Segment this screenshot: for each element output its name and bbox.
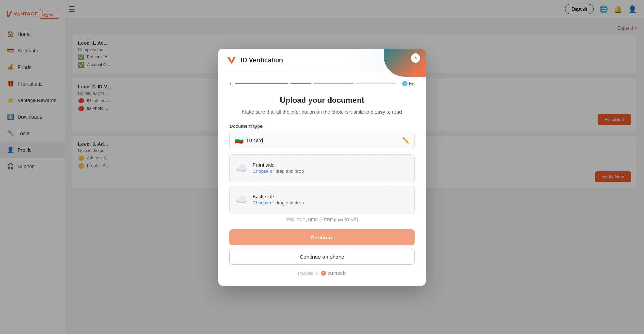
modal-header: ID Verification ×	[218, 49, 426, 71]
doc-type-value: ID card	[247, 138, 263, 143]
close-button[interactable]: ×	[411, 53, 420, 63]
svg-text:S: S	[323, 272, 324, 275]
language-selector[interactable]: 🌐 En	[402, 81, 415, 86]
progress-segment-3	[356, 83, 396, 84]
powered-by: Powered by S sumsub	[229, 270, 415, 276]
file-hint: JPG, PNG, HEIC or PDF (max 50 MB)	[229, 218, 415, 222]
front-side-upload[interactable]: ☁️ Front side Choose or drag and drop	[229, 154, 415, 182]
doc-type-label: Document type	[229, 124, 415, 129]
modal-subtext: Make sure that all the information on th…	[229, 108, 415, 116]
doc-type-selector[interactable]: 🇧🇬 ID card ✏️	[229, 132, 415, 149]
svg-marker-0	[227, 57, 236, 64]
progress-segment-1	[290, 83, 311, 84]
id-verification-modal: ID Verification × ‹ 🌐 En Upload your doc…	[218, 49, 426, 286]
continue-phone-button[interactable]: Continue on phone	[229, 249, 415, 265]
progress-segment-0	[235, 83, 288, 84]
modal-body: ‹ 🌐 En Upload your document Make sure th…	[218, 71, 426, 286]
back-side-upload[interactable]: ☁️ Back side Choose or drag and drop	[229, 186, 415, 214]
progress-row: ‹ 🌐 En	[229, 80, 415, 87]
choose-back-link[interactable]: Choose	[253, 200, 269, 206]
modal-overlay[interactable]: ID Verification × ‹ 🌐 En Upload your doc…	[0, 0, 644, 334]
globe-small-icon: 🌐	[402, 81, 408, 86]
modal-logo-icon	[226, 55, 237, 66]
sumsub-icon: S	[321, 270, 326, 276]
progress-segment-2	[314, 83, 353, 84]
choose-front-link[interactable]: Choose	[253, 169, 269, 174]
upload-cloud-front-icon: ☁️	[235, 162, 248, 174]
front-side-label: Front side	[253, 162, 304, 168]
continue-button[interactable]: Continue	[229, 229, 415, 245]
modal-title: ID Verification	[241, 57, 283, 64]
upload-cloud-back-icon: ☁️	[235, 194, 248, 206]
or-drag-back-label: or drag and drop	[270, 200, 304, 206]
back-side-label: Back side	[253, 194, 304, 200]
or-drag-front-label: or drag and drop	[270, 169, 304, 174]
modal-heading: Upload your document	[229, 96, 415, 105]
edit-icon[interactable]: ✏️	[402, 137, 409, 144]
country-flag: 🇧🇬	[235, 136, 244, 145]
progress-bar	[235, 83, 396, 84]
back-arrow-icon[interactable]: ‹	[229, 80, 232, 87]
